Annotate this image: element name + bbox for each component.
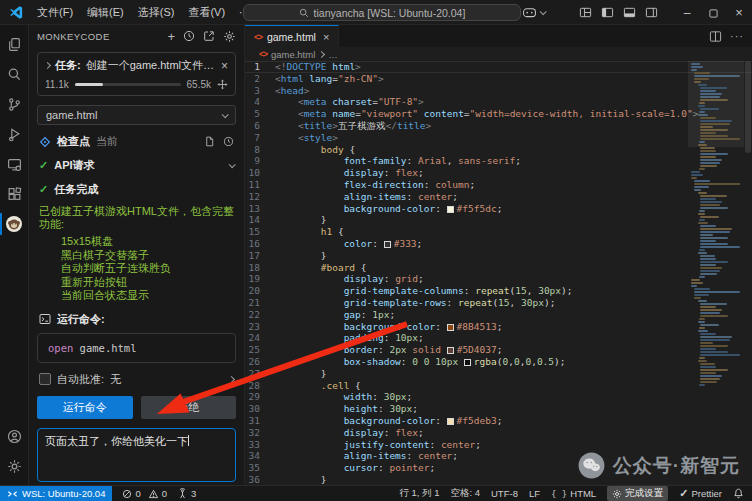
api-request-row[interactable]: ✓ API请求 xyxy=(39,158,234,173)
toggle-panel-icon[interactable] xyxy=(623,6,636,19)
more-actions-icon[interactable]: ··· xyxy=(730,30,744,42)
code-line-19[interactable]: 19 display: grid; xyxy=(245,273,752,285)
code-line-9[interactable]: 9 font-family: Arial, sans-serif; xyxy=(245,155,752,167)
code-line-13[interactable]: 13 background-color: #f5f5dc; xyxy=(245,203,752,215)
code-line-28[interactable]: 28 .cell { xyxy=(245,380,752,392)
close-tab-icon[interactable]: × xyxy=(323,31,329,43)
tab-game-html[interactable]: <> game.html × xyxy=(245,25,339,47)
check-icon: ✓ xyxy=(39,183,48,196)
language-mode[interactable]: { } HTML xyxy=(551,488,596,499)
menu-item-1[interactable]: 文件(F) xyxy=(30,2,80,23)
code-line-31[interactable]: 31 background-color: #f5deb3; xyxy=(245,415,752,427)
code-line-33[interactable]: 33 justify-content: center; xyxy=(245,439,752,451)
code-editor[interactable]: 1<!DOCTYPE html>2<html lang="zh-CN">3<he… xyxy=(245,61,752,485)
copilot-menu[interactable] xyxy=(522,7,545,18)
code-line-21[interactable]: 21 grid-template-rows: repeat(15, 30px); xyxy=(245,297,752,309)
code-line-10[interactable]: 10 display: flex; xyxy=(245,167,752,179)
remote-indicator[interactable]: WSL: Ubuntu-20.04 xyxy=(0,486,112,501)
minimap[interactable] xyxy=(690,63,742,387)
formatter-indicator[interactable]: ✓ Prettier xyxy=(679,487,722,500)
chat-input[interactable]: 页面太丑了，你给他美化一下 xyxy=(37,428,236,482)
ports-tower-icon xyxy=(177,488,188,499)
code-line-3[interactable]: 3<head> xyxy=(245,85,752,97)
new-task-icon[interactable]: + xyxy=(167,29,175,44)
code-line-23[interactable]: 23 background-color: #8B4513; xyxy=(245,321,752,333)
menu-item-3[interactable]: 选择(S) xyxy=(131,2,182,23)
code-line-1[interactable]: 1<!DOCTYPE html> xyxy=(245,61,752,73)
code-line-24[interactable]: 24 padding: 10px; xyxy=(245,332,752,344)
menu-item-2[interactable]: 编辑(E) xyxy=(80,2,131,23)
ports-indicator[interactable]: 3 xyxy=(177,488,196,499)
close-task-icon[interactable]: × xyxy=(221,59,228,73)
finish-setup-item[interactable]: 完成设置 xyxy=(607,486,668,501)
code-line-22[interactable]: 22 gap: 1px; xyxy=(245,309,752,321)
expand-arrows-icon[interactable] xyxy=(217,79,228,90)
breadcrumb-file[interactable]: game.html xyxy=(271,49,315,60)
extensions-icon[interactable] xyxy=(0,179,29,209)
code-line-17[interactable]: 17 } xyxy=(245,250,752,262)
code-line-12[interactable]: 12 align-items: center; xyxy=(245,191,752,203)
code-line-16[interactable]: 16 color: #333; xyxy=(245,238,752,250)
history-icon[interactable] xyxy=(183,30,195,42)
code-line-29[interactable]: 29 width: 30px; xyxy=(245,391,752,403)
file-dropdown[interactable]: game.html xyxy=(37,105,236,125)
run-debug-icon[interactable] xyxy=(0,119,29,149)
line-number: 8 xyxy=(245,144,275,156)
source-control-icon[interactable] xyxy=(0,89,29,119)
code-line-4[interactable]: 4 <meta charset="UTF-8"> xyxy=(245,96,752,108)
code-line-27[interactable]: 27 } xyxy=(245,368,752,380)
run-command-button[interactable]: 运行命令 xyxy=(37,396,133,419)
open-in-editor-icon[interactable] xyxy=(203,30,215,42)
explorer-icon[interactable] xyxy=(0,29,29,59)
line-number: 9 xyxy=(245,155,275,167)
code-line-8[interactable]: 8 body { xyxy=(245,144,752,156)
encoding[interactable]: UTF-8 xyxy=(491,488,518,499)
code-line-2[interactable]: 2<html lang="zh-CN"> xyxy=(245,73,752,85)
monkeycode-icon[interactable] xyxy=(0,209,29,239)
code-line-20[interactable]: 20 grid-template-columns: repeat(15, 30p… xyxy=(245,285,752,297)
toggle-secondary-sidebar-icon[interactable] xyxy=(645,6,658,19)
indentation[interactable]: 空格: 4 xyxy=(450,487,480,500)
line-number: 11 xyxy=(245,179,275,191)
editor-scrollbar[interactable] xyxy=(744,61,752,485)
problems-indicator[interactable]: 0 0 xyxy=(122,488,167,499)
reject-button[interactable]: 拒绝 xyxy=(141,396,237,419)
code-line-7[interactable]: 7 <style> xyxy=(245,132,752,144)
toggle-sidebar-icon[interactable] xyxy=(601,6,614,19)
command-argument: game.html xyxy=(73,342,136,354)
error-icon xyxy=(122,489,132,499)
search-icon[interactable] xyxy=(0,59,29,89)
code-line-14[interactable]: 14 } xyxy=(245,214,752,226)
code-line-32[interactable]: 32 display: flex; xyxy=(245,427,752,439)
gear-icon[interactable] xyxy=(223,30,236,43)
cursor-position[interactable]: 行 1, 列 1 xyxy=(399,487,439,500)
file-icon[interactable] xyxy=(204,136,215,147)
maximize-button[interactable] xyxy=(700,6,726,20)
remote-explorer-icon[interactable] xyxy=(0,149,29,179)
auto-approve-checkbox[interactable] xyxy=(39,373,51,385)
task-card[interactable]: 任务: 创建一个game.html文件，用html代… × 11.1k 65.5… xyxy=(37,52,236,96)
settings-gear-icon[interactable] xyxy=(0,451,29,481)
command-center-search[interactable]: tianyancha [WSL: Ubuntu-20.04] xyxy=(243,4,521,21)
menu-item-4[interactable]: 查看(V) xyxy=(181,2,232,23)
notifications-bell[interactable] xyxy=(733,488,744,499)
code-line-26[interactable]: 26 box-shadow: 0 0 10px rgba(0,0,0,0.5); xyxy=(245,356,752,368)
eol-indicator[interactable]: LF xyxy=(529,488,540,499)
customize-layout-icon[interactable] xyxy=(579,6,592,19)
code-line-30[interactable]: 30 height: 30px; xyxy=(245,403,752,415)
minimize-button[interactable]: – xyxy=(674,6,700,20)
close-window-button[interactable]: × xyxy=(726,5,752,20)
breadcrumb-more[interactable]: … xyxy=(328,49,338,60)
history-icon[interactable] xyxy=(223,136,234,147)
code-line-25[interactable]: 25 border: 2px solid #5D4037; xyxy=(245,344,752,356)
code-line-11[interactable]: 11 flex-direction: column; xyxy=(245,179,752,191)
code-line-5[interactable]: 5 <meta name="viewport" content="width=d… xyxy=(245,108,752,120)
account-icon[interactable] xyxy=(0,421,29,451)
code-line-18[interactable]: 18 #board { xyxy=(245,262,752,274)
code-line-6[interactable]: 6 <title>五子棋游戏</title> xyxy=(245,120,752,132)
breadcrumb[interactable]: <> game.html … xyxy=(245,47,752,61)
auto-approve-row[interactable]: 自动批准: 无 xyxy=(39,372,234,387)
expand-chevron-icon[interactable] xyxy=(44,62,51,69)
code-line-15[interactable]: 15 h1 { xyxy=(245,226,752,238)
split-editor-icon[interactable] xyxy=(709,30,722,43)
